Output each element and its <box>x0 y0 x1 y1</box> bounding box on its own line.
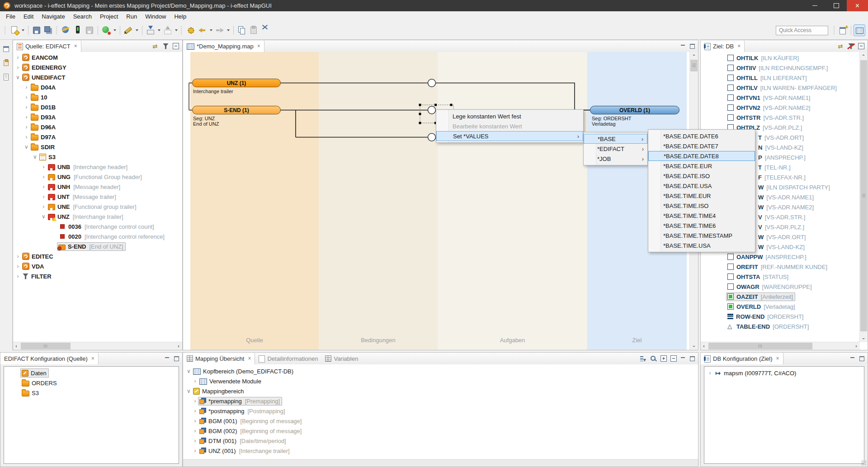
back-dropdown-icon[interactable] <box>210 29 212 31</box>
paste-icon[interactable] <box>248 25 259 36</box>
tab-demo-mapping[interactable]: *Demo_Mapping.map × <box>183 40 264 52</box>
tree-item[interactable]: › UNB [Interchange header] <box>13 162 182 172</box>
tree-item[interactable]: › BGM (002) [Beginning of message] <box>183 426 698 436</box>
tree-item[interactable]: › D96A <box>13 122 182 132</box>
restore-view-icon[interactable] <box>2 45 10 53</box>
submenu-item[interactable]: *BASE.TIME.USA <box>648 241 755 250</box>
expander-icon[interactable]: › <box>192 418 198 424</box>
list-item[interactable]: OREFIT [REF.-NUMMER KUNDE] <box>701 262 860 272</box>
field-checkbox[interactable] <box>727 75 734 81</box>
export-dropdown-icon[interactable] <box>175 29 178 31</box>
expander-icon[interactable]: › <box>24 124 29 130</box>
new-wizard-icon[interactable] <box>185 25 196 36</box>
minimize-button[interactable] <box>804 0 826 11</box>
tab-detailinformationen[interactable]: Detailinformationen <box>255 353 321 364</box>
expander-icon[interactable]: › <box>192 428 198 434</box>
filter-icon[interactable] <box>162 43 169 50</box>
submenu-item[interactable]: *BASE.DATE.DATE7 <box>648 141 755 151</box>
list-item[interactable]: OHTVN1 [VS-ADR.NAME1] <box>701 93 860 103</box>
cut-icon[interactable] <box>260 25 271 36</box>
expander-icon[interactable]: ∨ <box>15 74 21 80</box>
minimize-view-icon[interactable] <box>850 356 855 361</box>
import-dropdown-icon[interactable] <box>158 29 160 31</box>
tree-item[interactable]: 0020 [Interchange control reference] <box>13 231 182 241</box>
list-item[interactable]: OHTILL [ILN LIEFERANT] <box>701 73 860 83</box>
submenu-item[interactable]: *BASE.TIME.TIME6 <box>648 221 755 231</box>
config-item[interactable]: Daten <box>4 368 179 378</box>
node-send[interactable]: S-END (1) <box>192 106 281 114</box>
close-button[interactable]: × <box>847 0 868 11</box>
expander-icon[interactable]: › <box>192 448 198 454</box>
collapse-all-icon[interactable] <box>173 43 179 49</box>
tree-item[interactable]: › *premapping [Premapping] <box>183 396 698 406</box>
tab-quelle-edifact[interactable]: Quelle: EDIFACT × <box>13 40 81 52</box>
import-icon[interactable] <box>145 25 156 36</box>
run-icon[interactable] <box>101 25 112 36</box>
filter-disabled-icon[interactable] <box>848 43 854 50</box>
submenu-item[interactable]: *BASE.DATE.DATE6 <box>648 131 755 141</box>
tab-close-icon[interactable]: × <box>91 355 94 362</box>
tree-item[interactable]: › D04A <box>13 82 182 92</box>
expander-icon[interactable]: › <box>41 164 47 170</box>
tree-item[interactable]: ∨ Kopfbereich (Demo_EDIFACT-DB) <box>183 366 698 376</box>
tab-close-icon[interactable]: × <box>74 43 77 49</box>
menu-item[interactable]: Navigate <box>38 12 69 21</box>
tree-item[interactable]: › D01B <box>13 102 182 112</box>
list-item[interactable]: OWAGR [WARENGRUPPE] <box>701 282 860 292</box>
new-file-icon[interactable] <box>9 25 20 36</box>
minimize-view-icon[interactable] <box>680 356 686 361</box>
mapping-canvas[interactable]: UNZ (1) Interchange trailer S-END (1) Se… <box>183 52 698 350</box>
expander-icon[interactable]: › <box>192 438 198 444</box>
sort-icon[interactable] <box>640 355 646 362</box>
maximize-view-icon[interactable] <box>174 356 179 361</box>
collapse-all-icon[interactable] <box>670 355 677 362</box>
field-checkbox[interactable] <box>727 274 734 280</box>
tab-close-icon[interactable]: × <box>776 355 779 362</box>
horizontal-scrollbar[interactable] <box>701 342 860 350</box>
open-perspective-icon[interactable] <box>838 25 849 36</box>
menu-item[interactable]: File <box>2 12 19 21</box>
submenu-item[interactable]: *JOB › <box>584 154 647 164</box>
config-item[interactable]: ORDERS <box>4 378 179 388</box>
menu-item[interactable]: Window <box>141 12 170 21</box>
expander-icon[interactable]: › <box>15 64 21 71</box>
maximize-view-icon[interactable] <box>689 356 695 361</box>
expander-icon[interactable]: › <box>15 253 21 259</box>
expander-icon[interactable]: › <box>192 398 198 404</box>
expander-icon[interactable]: › <box>192 408 198 414</box>
tab-edifact-konfiguration[interactable]: EDIFACT Konfiguration (Quelle) × <box>0 353 99 364</box>
list-item[interactable]: TABLE-END [ORDERSHT] <box>701 321 860 331</box>
link-editor-icon[interactable] <box>837 43 844 50</box>
tree-item[interactable]: › 10 <box>13 92 182 102</box>
collapse-all-icon[interactable] <box>858 43 864 49</box>
expander-icon[interactable]: › <box>24 94 29 100</box>
tree-item[interactable]: › D97A <box>13 132 182 142</box>
expander-icon[interactable]: ∨ <box>186 388 192 394</box>
field-checkbox[interactable] <box>727 323 734 330</box>
expander-icon[interactable]: ∨ <box>41 213 47 220</box>
context-menu-item[interactable]: Bearbeite konstanten Wert <box>436 121 583 131</box>
tree-item[interactable]: S-END [End of UNZ] <box>13 241 182 251</box>
vertical-scrollbar[interactable] <box>859 52 868 342</box>
submenu-item[interactable]: *BASE.DATE.USA <box>648 181 755 191</box>
forward-dropdown-icon[interactable] <box>227 29 230 31</box>
submenu-item[interactable]: *BASE.TIME.TIMESTAMP <box>648 231 755 241</box>
list-item[interactable]: OVERLD [Verladetag] <box>701 302 860 311</box>
tree-item[interactable]: › UNH [Message header] <box>13 182 182 192</box>
tab-variablen[interactable]: Variablen <box>321 353 362 364</box>
field-checkbox[interactable] <box>727 65 734 71</box>
tree-item[interactable]: › VDA <box>13 261 182 271</box>
list-item[interactable]: OAZEIT [Anlieferzeit] <box>701 292 860 302</box>
tree-item[interactable]: › BGM (001) [Beginning of message] <box>183 416 698 426</box>
list-item[interactable]: OANPPW [ANSPRECHP.] <box>701 252 860 262</box>
submenu-item[interactable]: *BASE.DATE.DATE8 <box>648 151 755 161</box>
tree-item[interactable]: › UNZ (001) [Interchange trailer] <box>183 446 698 456</box>
context-menu-item[interactable]: Lege konstanten Wert fest <box>436 111 583 121</box>
tree-item[interactable]: › UNE [Functional group trailer] <box>13 202 182 212</box>
list-item[interactable]: OHTSTR [VS-ADR.STR.] <box>701 113 860 123</box>
tree-item[interactable]: › EDITEC <box>13 251 182 261</box>
back-icon[interactable] <box>197 25 208 36</box>
expander-icon[interactable]: ∨ <box>32 154 38 160</box>
tree-item[interactable]: 0036 [Interchange control count] <box>13 222 182 231</box>
list-item[interactable]: ROW-END [ORDERSHT] <box>701 311 860 321</box>
